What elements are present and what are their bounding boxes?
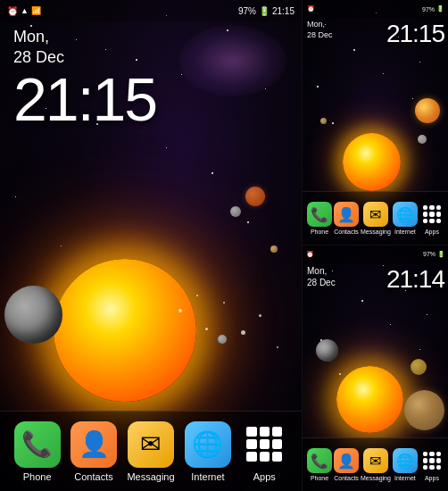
rb-alarm-icon: ⏰ — [306, 251, 314, 258]
status-bar: ⏰ ▲ 📶 97% 🔋 21:15 — [0, 0, 302, 21]
rb-contacts-icon[interactable]: 👤 — [334, 448, 359, 473]
date-line2: 28 Dec — [13, 48, 64, 66]
wifi-icon: ▲ — [21, 6, 29, 15]
contacts-icon[interactable]: 👤 — [71, 421, 117, 468]
internet-label: Internet — [191, 471, 224, 482]
right-top-screen: ⏰ 97% 🔋 Mon, 28 Dec 21:15 — [303, 0, 448, 246]
dock-messaging[interactable]: ✉ Messaging — [127, 421, 174, 482]
rt-date-line2: 28 Dec — [307, 30, 333, 39]
planet-rt-small1 — [418, 135, 427, 144]
rt-dock-internet[interactable]: 🌐 Internet — [393, 202, 418, 235]
rb-dock-contacts[interactable]: 👤 Contacts — [334, 448, 359, 481]
date-display: Mon, 28 Dec — [13, 27, 156, 69]
rb-dock-phone[interactable]: 📞 Phone — [307, 448, 332, 481]
rb-apps-label: Apps — [425, 475, 439, 481]
rb-battery-icon: 🔋 — [437, 251, 445, 258]
apps-label: Apps — [253, 471, 276, 482]
planet-small-2 — [270, 246, 278, 253]
asteroid-1 — [178, 309, 182, 312]
time-right-bottom: 21:14 — [386, 265, 444, 294]
rt-apps-icon[interactable] — [419, 202, 444, 227]
sun-planet — [54, 259, 196, 402]
dock-apps[interactable]: Apps — [241, 421, 287, 482]
rt-phone-label: Phone — [311, 229, 328, 235]
rt-dock-messaging[interactable]: ✉ Messaging — [361, 202, 391, 235]
rb-contacts-label: Contacts — [334, 475, 359, 481]
contacts-label: Contacts — [74, 471, 112, 482]
apps-grid-icon[interactable] — [241, 421, 287, 468]
rb-phone-icon[interactable]: 📞 — [307, 448, 332, 473]
planet-rt-small2 — [320, 118, 327, 124]
rb-phone-label: Phone — [311, 475, 328, 481]
rt-messaging-label: Messaging — [361, 229, 391, 235]
main-container: ⏰ ▲ 📶 97% 🔋 21:15 Mon, 28 Dec 21:15 📞 Ph… — [0, 0, 448, 491]
planet-rb-small — [411, 359, 427, 375]
moon — [4, 286, 62, 344]
asteroid-2 — [205, 328, 208, 330]
rt-date-line1: Mon, — [307, 20, 325, 29]
status-left-icons: ⏰ ▲ 📶 — [7, 6, 41, 16]
dock-right-top: 📞 Phone 👤 Contacts ✉ Messaging 🌐 Interne… — [303, 191, 448, 245]
rt-dock-apps[interactable]: Apps — [419, 202, 444, 235]
rb-internet-label: Internet — [394, 475, 416, 481]
time-right-top: 21:15 — [386, 20, 444, 48]
signal-icon: 📶 — [31, 6, 41, 15]
dock-right-bottom: 📞 Phone 👤 Contacts ✉ Messaging 🌐 Interne… — [303, 437, 448, 491]
dock-internet[interactable]: 🌐 Internet — [185, 421, 231, 482]
app-dock: 📞 Phone 👤 Contacts ✉ Messaging 🌐 Interne… — [0, 411, 302, 491]
asteroid-5 — [259, 314, 261, 317]
status-time: 21:15 — [272, 6, 295, 16]
phone-icon[interactable]: 📞 — [14, 421, 61, 468]
rb-battery: 97% — [423, 251, 436, 258]
alarm-icon: ⏰ — [7, 6, 18, 16]
rb-dock-apps[interactable]: Apps — [419, 448, 444, 481]
sun-right-top — [343, 133, 401, 191]
messaging-label: Messaging — [127, 471, 174, 482]
rt-battery-icon: 🔋 — [436, 5, 444, 12]
status-bar-right-bottom: ⏰ 97% 🔋 — [303, 246, 448, 263]
messaging-icon[interactable]: ✉ — [128, 421, 174, 468]
rb-date-line1: Mon, — [307, 266, 327, 276]
planet-small-3 — [218, 335, 227, 344]
status-rt-right: 97% 🔋 — [422, 5, 444, 12]
rb-dock-internet[interactable]: 🌐 Internet — [393, 448, 418, 481]
rt-internet-icon[interactable]: 🌐 — [393, 202, 418, 227]
date-right-top: Mon, 28 Dec — [307, 20, 333, 40]
rt-dock-contacts[interactable]: 👤 Contacts — [334, 202, 359, 235]
internet-icon[interactable]: 🌐 — [185, 421, 231, 468]
rt-contacts-label: Contacts — [334, 229, 359, 235]
rt-dock-phone[interactable]: 📞 Phone — [307, 202, 332, 235]
rt-messaging-icon[interactable]: ✉ — [363, 202, 388, 227]
rt-alarm-icon: ⏰ — [307, 5, 315, 12]
date-line1: Mon, — [13, 28, 49, 46]
status-right-icons: 97% 🔋 21:15 — [238, 6, 295, 16]
rb-dock-messaging[interactable]: ✉ Messaging — [361, 448, 391, 481]
rb-internet-icon[interactable]: 🌐 — [393, 448, 418, 473]
asteroid-6 — [277, 346, 278, 348]
right-bottom-screen: ⏰ 97% 🔋 Mon, 28 Dec 21:14 — [303, 246, 448, 491]
rb-date: Mon, 28 Dec — [307, 265, 336, 288]
rb-apps-icon[interactable] — [419, 448, 444, 473]
right-panel: ⏰ 97% 🔋 Mon, 28 Dec 21:15 — [302, 0, 448, 491]
planet-rt-orange — [415, 98, 440, 123]
status-rt-left: ⏰ — [307, 5, 315, 12]
rt-battery: 97% — [422, 6, 435, 12]
nebula — [179, 25, 286, 96]
planet-rb — [404, 390, 444, 430]
dock-phone[interactable]: 📞 Phone — [14, 421, 61, 482]
rb-date-line2: 28 Dec — [307, 278, 336, 287]
date-right-bottom: Mon, 28 Dec — [307, 265, 336, 288]
rt-contacts-icon[interactable]: 👤 — [334, 202, 359, 227]
left-panel: ⏰ ▲ 📶 97% 🔋 21:15 Mon, 28 Dec 21:15 📞 Ph… — [0, 0, 302, 491]
phone-label: Phone — [23, 471, 52, 482]
rb-status-icons: ⏰ 97% 🔋 — [306, 251, 445, 258]
rt-apps-label: Apps — [425, 229, 439, 235]
rb-messaging-icon[interactable]: ✉ — [363, 448, 388, 473]
battery-percent: 97% — [238, 6, 256, 16]
time-display-large: 21:15 — [13, 69, 156, 129]
moon-rb — [316, 339, 338, 362]
rb-messaging-label: Messaging — [361, 475, 391, 481]
dock-contacts[interactable]: 👤 Contacts — [71, 421, 117, 482]
asteroid-3 — [223, 302, 225, 304]
rt-phone-icon[interactable]: 📞 — [307, 202, 332, 227]
